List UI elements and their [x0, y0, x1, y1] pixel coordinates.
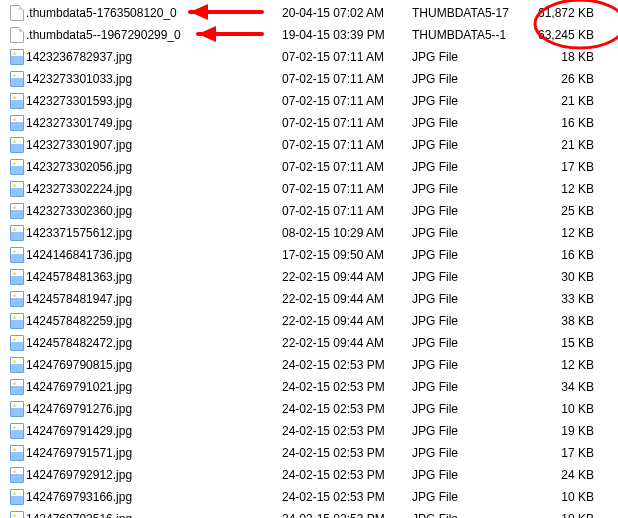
- file-row[interactable]: 1423273301907.jpg07-02-15 07:11 AMJPG Fi…: [0, 134, 618, 156]
- file-date-modified: 24-02-15 02:53 PM: [282, 358, 412, 372]
- image-file-icon: [8, 379, 26, 395]
- file-size: 26 KB: [520, 72, 600, 86]
- image-file-icon: [8, 93, 26, 109]
- file-date-modified: 07-02-15 07:11 AM: [282, 94, 412, 108]
- file-row[interactable]: 1424146841736.jpg17-02-15 09:50 AMJPG Fi…: [0, 244, 618, 266]
- file-name: 1423273302056.jpg: [26, 160, 282, 174]
- file-row[interactable]: 1423273302224.jpg07-02-15 07:11 AMJPG Fi…: [0, 178, 618, 200]
- image-file-icon: [8, 49, 26, 65]
- file-row[interactable]: 1423273302056.jpg07-02-15 07:11 AMJPG Fi…: [0, 156, 618, 178]
- file-type: THUMBDATA5--1: [412, 28, 520, 42]
- file-row[interactable]: .thumbdata5-1763508120_020-04-15 07:02 A…: [0, 2, 618, 24]
- file-row[interactable]: 1424769793166.jpg24-02-15 02:53 PMJPG Fi…: [0, 486, 618, 508]
- file-date-modified: 24-02-15 02:53 PM: [282, 424, 412, 438]
- file-type: JPG File: [412, 336, 520, 350]
- file-row[interactable]: 1423273302360.jpg07-02-15 07:11 AMJPG Fi…: [0, 200, 618, 222]
- file-size: 21 KB: [520, 138, 600, 152]
- file-type: THUMBDATA5-17: [412, 6, 520, 20]
- file-row[interactable]: 1424769791429.jpg24-02-15 02:53 PMJPG Fi…: [0, 420, 618, 442]
- file-size: 19 KB: [520, 424, 600, 438]
- file-row[interactable]: 1424769791021.jpg24-02-15 02:53 PMJPG Fi…: [0, 376, 618, 398]
- file-row[interactable]: 1424769790815.jpg24-02-15 02:53 PMJPG Fi…: [0, 354, 618, 376]
- file-name: 1424769793516.jpg: [26, 512, 282, 518]
- file-date-modified: 07-02-15 07:11 AM: [282, 116, 412, 130]
- file-name: 1424769793166.jpg: [26, 490, 282, 504]
- image-file-icon: [8, 71, 26, 87]
- file-row[interactable]: 1424769793516.jpg24-02-15 02:53 PMJPG Fi…: [0, 508, 618, 518]
- file-row[interactable]: 1424769792912.jpg24-02-15 02:53 PMJPG Fi…: [0, 464, 618, 486]
- file-name: 1424769791571.jpg: [26, 446, 282, 460]
- file-row[interactable]: 1423236782937.jpg07-02-15 07:11 AMJPG Fi…: [0, 46, 618, 68]
- file-name: 1424769791276.jpg: [26, 402, 282, 416]
- file-type: JPG File: [412, 72, 520, 86]
- file-date-modified: 24-02-15 02:53 PM: [282, 490, 412, 504]
- file-date-modified: 22-02-15 09:44 AM: [282, 292, 412, 306]
- file-name: 1424578482472.jpg: [26, 336, 282, 350]
- file-type: JPG File: [412, 292, 520, 306]
- image-file-icon: [8, 511, 26, 518]
- file-type: JPG File: [412, 490, 520, 504]
- file-size: 25 KB: [520, 204, 600, 218]
- file-name: 1423273301907.jpg: [26, 138, 282, 152]
- image-file-icon: [8, 247, 26, 263]
- file-date-modified: 08-02-15 10:29 AM: [282, 226, 412, 240]
- image-file-icon: [8, 335, 26, 351]
- file-size: 21 KB: [520, 94, 600, 108]
- file-name: 1424769790815.jpg: [26, 358, 282, 372]
- file-type: JPG File: [412, 446, 520, 460]
- image-file-icon: [8, 357, 26, 373]
- file-row[interactable]: 1423273301033.jpg07-02-15 07:11 AMJPG Fi…: [0, 68, 618, 90]
- file-name: 1424769791021.jpg: [26, 380, 282, 394]
- image-file-icon: [8, 467, 26, 483]
- file-type: JPG File: [412, 94, 520, 108]
- file-size: 10 KB: [520, 490, 600, 504]
- file-row[interactable]: 1424769791571.jpg24-02-15 02:53 PMJPG Fi…: [0, 442, 618, 464]
- file-type: JPG File: [412, 248, 520, 262]
- file-date-modified: 20-04-15 07:02 AM: [282, 6, 412, 20]
- image-file-icon: [8, 269, 26, 285]
- file-name: 1424769791429.jpg: [26, 424, 282, 438]
- file-date-modified: 22-02-15 09:44 AM: [282, 314, 412, 328]
- file-row[interactable]: 1424578482259.jpg22-02-15 09:44 AMJPG Fi…: [0, 310, 618, 332]
- file-size: 15 KB: [520, 336, 600, 350]
- file-size: 30 KB: [520, 270, 600, 284]
- file-list[interactable]: .thumbdata5-1763508120_020-04-15 07:02 A…: [0, 0, 618, 518]
- image-file-icon: [8, 137, 26, 153]
- file-row[interactable]: 1424578481363.jpg22-02-15 09:44 AMJPG Fi…: [0, 266, 618, 288]
- image-file-icon: [8, 401, 26, 417]
- file-size: 16 KB: [520, 116, 600, 130]
- image-file-icon: [8, 291, 26, 307]
- file-name: 1423371575612.jpg: [26, 226, 282, 240]
- file-size: 17 KB: [520, 446, 600, 460]
- file-date-modified: 24-02-15 02:53 PM: [282, 380, 412, 394]
- file-date-modified: 24-02-15 02:53 PM: [282, 512, 412, 518]
- file-row[interactable]: 1423371575612.jpg08-02-15 10:29 AMJPG Fi…: [0, 222, 618, 244]
- file-type: JPG File: [412, 402, 520, 416]
- file-size: 61,872 KB: [520, 6, 600, 20]
- file-date-modified: 22-02-15 09:44 AM: [282, 336, 412, 350]
- file-row[interactable]: .thumbdata5--1967290299_019-04-15 03:39 …: [0, 24, 618, 46]
- file-name: 1424769792912.jpg: [26, 468, 282, 482]
- file-size: 10 KB: [520, 402, 600, 416]
- image-file-icon: [8, 225, 26, 241]
- file-name: 1423236782937.jpg: [26, 50, 282, 64]
- file-size: 18 KB: [520, 50, 600, 64]
- file-type: JPG File: [412, 226, 520, 240]
- file-type: JPG File: [412, 512, 520, 518]
- file-name: .thumbdata5-1763508120_0: [26, 6, 282, 20]
- file-name: 1423273302224.jpg: [26, 182, 282, 196]
- generic-file-icon: [8, 5, 26, 21]
- file-row[interactable]: 1424769791276.jpg24-02-15 02:53 PMJPG Fi…: [0, 398, 618, 420]
- file-name: 1423273301749.jpg: [26, 116, 282, 130]
- file-date-modified: 22-02-15 09:44 AM: [282, 270, 412, 284]
- file-name: .thumbdata5--1967290299_0: [26, 28, 282, 42]
- file-date-modified: 07-02-15 07:11 AM: [282, 50, 412, 64]
- file-row[interactable]: 1423273301749.jpg07-02-15 07:11 AMJPG Fi…: [0, 112, 618, 134]
- file-size: 12 KB: [520, 182, 600, 196]
- file-row[interactable]: 1424578481947.jpg22-02-15 09:44 AMJPG Fi…: [0, 288, 618, 310]
- file-row[interactable]: 1423273301593.jpg07-02-15 07:11 AMJPG Fi…: [0, 90, 618, 112]
- file-row[interactable]: 1424578482472.jpg22-02-15 09:44 AMJPG Fi…: [0, 332, 618, 354]
- file-type: JPG File: [412, 314, 520, 328]
- file-type: JPG File: [412, 50, 520, 64]
- file-date-modified: 24-02-15 02:53 PM: [282, 402, 412, 416]
